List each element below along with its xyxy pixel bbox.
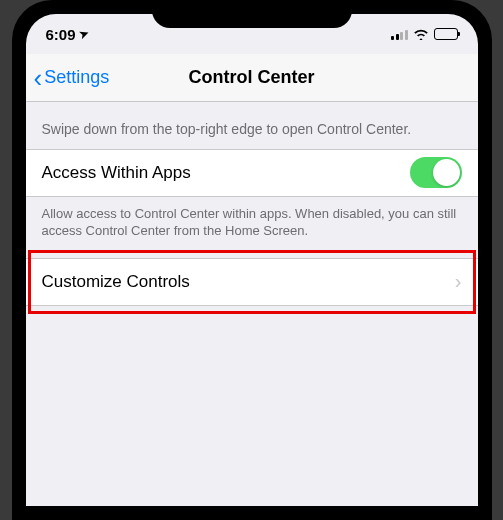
access-within-apps-label: Access Within Apps xyxy=(42,163,191,183)
page-title: Control Center xyxy=(189,67,315,88)
notch xyxy=(152,0,352,28)
back-button[interactable]: ‹ Settings xyxy=(26,65,110,91)
location-icon: ➤ xyxy=(78,26,91,41)
wifi-icon xyxy=(413,28,429,40)
access-within-apps-row: Access Within Apps xyxy=(26,149,478,197)
status-left: 6:09 ➤ xyxy=(46,26,89,43)
status-time: 6:09 xyxy=(46,26,76,43)
back-label: Settings xyxy=(44,67,109,88)
content-area: Swipe down from the top-right edge to op… xyxy=(26,102,478,306)
intro-text: Swipe down from the top-right edge to op… xyxy=(26,102,478,149)
customize-controls-label: Customize Controls xyxy=(42,272,190,292)
phone-frame: 6:09 ➤ ‹ Settings Control Center Swipe xyxy=(12,0,492,520)
chevron-right-icon: › xyxy=(455,270,462,293)
signal-icon xyxy=(391,29,408,40)
nav-bar: ‹ Settings Control Center xyxy=(26,54,478,102)
customize-controls-row[interactable]: Customize Controls › xyxy=(26,258,478,306)
status-right xyxy=(391,28,458,40)
screen: 6:09 ➤ ‹ Settings Control Center Swipe xyxy=(26,14,478,506)
access-within-apps-toggle[interactable] xyxy=(410,157,462,188)
toggle-knob xyxy=(433,159,460,186)
access-footer-text: Allow access to Control Center within ap… xyxy=(26,197,478,258)
chevron-left-icon: ‹ xyxy=(34,65,43,91)
battery-icon xyxy=(434,28,458,40)
